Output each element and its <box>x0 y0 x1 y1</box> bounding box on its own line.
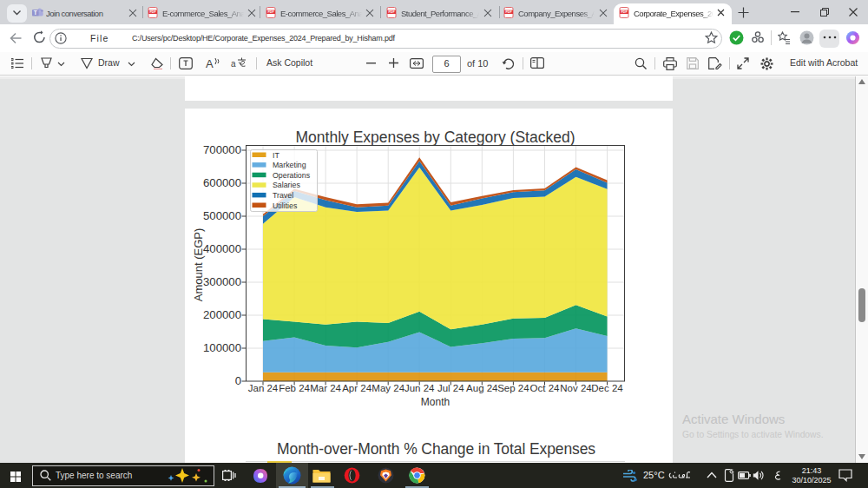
svg-text:300000: 300000 <box>203 275 241 288</box>
svg-text:Jun 24: Jun 24 <box>404 383 435 393</box>
svg-text:IT: IT <box>273 151 279 160</box>
svg-text:500000: 500000 <box>203 209 241 222</box>
svg-text:Marketing: Marketing <box>273 161 306 169</box>
svg-text:Amount (EGP): Amount (EGP) <box>192 228 205 302</box>
svg-text:Mar 24: Mar 24 <box>310 383 341 393</box>
svg-text:Month: Month <box>421 396 450 408</box>
svg-text:PDF: PDF <box>621 10 628 14</box>
svg-text:0: 0 <box>235 374 241 387</box>
svg-text:Sep 24: Sep 24 <box>497 383 529 393</box>
svg-text:Nov 24: Nov 24 <box>560 383 592 393</box>
svg-text:Salaries: Salaries <box>273 181 300 189</box>
svg-text:PDF: PDF <box>505 10 512 14</box>
svg-text:Aug 24: Aug 24 <box>466 383 498 393</box>
svg-text:400000: 400000 <box>203 242 241 255</box>
svg-text:PDF: PDF <box>149 10 156 14</box>
svg-text:T: T <box>34 10 37 16</box>
svg-text:Oct 24: Oct 24 <box>530 383 560 393</box>
svg-text:Utilities: Utilities <box>273 201 298 210</box>
svg-text:May 24: May 24 <box>372 383 404 393</box>
svg-text:PDF: PDF <box>388 10 395 14</box>
svg-text:PDF: PDF <box>267 10 274 14</box>
svg-text:700000: 700000 <box>203 143 241 156</box>
svg-text:Operations: Operations <box>273 171 311 180</box>
svg-text:100000: 100000 <box>203 341 241 354</box>
svg-text:Monthly Expenses by Category (: Monthly Expenses by Category (Stacked) <box>296 129 575 146</box>
svg-text:200000: 200000 <box>203 308 241 321</box>
svg-text:600000: 600000 <box>203 176 241 189</box>
svg-text:Jul 24: Jul 24 <box>437 383 464 393</box>
svg-text:Apr 24: Apr 24 <box>342 383 372 393</box>
svg-text:Dec 24: Dec 24 <box>591 383 623 393</box>
svg-text:Travel: Travel <box>273 191 293 200</box>
svg-text:Feb 24: Feb 24 <box>279 383 310 393</box>
svg-text:Jan 24: Jan 24 <box>248 383 279 393</box>
